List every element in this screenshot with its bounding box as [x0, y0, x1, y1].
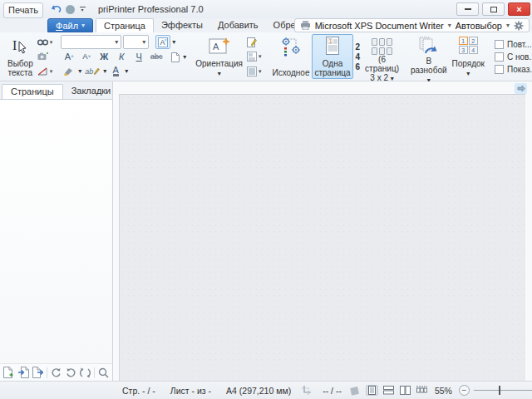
chevron-down-icon[interactable]: ▾ — [448, 22, 451, 29]
italic-button[interactable]: К — [113, 49, 130, 63]
six-pages-preset[interactable]: 6 — [356, 62, 361, 71]
six-pages-layout-button[interactable]: (6 страниц)3 x 2 ▾ — [362, 34, 401, 79]
page-style-button[interactable] — [170, 50, 181, 64]
page-header-button[interactable]: ▾ — [245, 50, 264, 64]
ab-edit-button[interactable]: ab — [84, 64, 101, 78]
sidebar-tabs: Страницы Закладки — [0, 81, 112, 99]
chevron-down-icon[interactable]: ▾ — [506, 22, 510, 29]
font-name-combobox[interactable]: ▾ — [61, 35, 121, 49]
close-button[interactable]: × — [508, 2, 530, 16]
crop-indicator-icon — [298, 386, 315, 395]
one-page-button[interactable]: 1 Одна страница — [312, 34, 352, 79]
group-layout: Исходное 1 Одна страница 2 4 6 (6 страни… — [268, 34, 404, 79]
six-pages-grid-icon — [372, 37, 392, 55]
maximize-button[interactable] — [482, 2, 505, 16]
svg-text:A: A — [213, 42, 219, 52]
sidebar-tab-bookmarks[interactable]: Закладки — [63, 84, 120, 99]
shuffle-button[interactable]: В разнобой ▾ — [408, 34, 450, 79]
view-mode-grid-icon[interactable] — [416, 385, 428, 396]
view-mode-facing-icon[interactable] — [399, 385, 411, 396]
group-text-selection: I Выбор текста ▾ ▾ — [2, 34, 57, 79]
from-new-checkbox[interactable]: С нов... — [495, 52, 532, 62]
page-lines-button[interactable]: ▾ — [245, 64, 264, 78]
quick-access-toolbar: ▾ — [52, 4, 86, 14]
snapshot-button[interactable] — [36, 50, 55, 64]
edit-page-button[interactable] — [245, 35, 264, 49]
chevron-down-icon: ▾ — [466, 70, 470, 77]
printer-select[interactable]: Microsoft XPS Document Writer — [315, 21, 444, 31]
tab-insert[interactable]: Добавить — [210, 18, 266, 32]
zoom-controls: 55% − + — [349, 385, 532, 396]
checkbox-icon — [495, 40, 504, 49]
rotate-cw-icon[interactable] — [50, 366, 62, 379]
orientation-icon: A — [209, 37, 230, 56]
grow-font-button[interactable]: А˄ — [61, 49, 77, 63]
zoom-slider[interactable] — [474, 390, 532, 391]
orientation-button[interactable]: A Ориентация▾ — [193, 34, 245, 79]
print-button[interactable]: Печать — [3, 2, 43, 18]
minimize-button[interactable] — [456, 2, 479, 16]
underline-button[interactable]: Ч — [131, 49, 147, 63]
sidebar-tab-pages[interactable]: Страницы — [2, 84, 63, 99]
rotate-ccw-icon[interactable] — [65, 366, 77, 379]
repeat-checkbox[interactable]: Повт... — [495, 40, 532, 49]
file-menu-button[interactable]: Файл▾ — [47, 18, 93, 32]
status-selection: -- / -- — [315, 386, 349, 396]
paper-autoselect[interactable]: Автовыбор — [456, 21, 502, 31]
svg-text:I: I — [12, 38, 17, 52]
chevron-down-icon: ▾ — [259, 53, 262, 60]
view-mode-single-page-icon[interactable] — [366, 385, 378, 396]
pages-per-sheet-presets: 2 4 6 — [353, 34, 363, 79]
pages-thumbnail-panel[interactable] — [0, 99, 112, 363]
new-page-icon[interactable] — [2, 366, 15, 379]
four-pages-preset[interactable]: 4 — [356, 52, 361, 62]
shrink-font-button[interactable]: А˅ — [78, 49, 95, 63]
text-frame-button[interactable]: A — [155, 35, 170, 49]
chevron-down-icon[interactable]: ▾ — [183, 54, 186, 61]
view-mode-continuous-icon[interactable] — [382, 385, 395, 396]
zoom-tool-icon[interactable] — [97, 366, 110, 379]
chevron-down-icon[interactable]: ▾ — [125, 68, 128, 75]
undo-icon[interactable] — [52, 4, 62, 14]
order-button[interactable]: 1234 Порядок▾ — [450, 34, 487, 79]
tab-effects[interactable]: Эффекты — [154, 18, 210, 32]
chevron-down-icon[interactable]: ▾ — [78, 68, 81, 75]
rotate-180-icon[interactable] — [80, 366, 92, 379]
checkbox-icon — [495, 65, 504, 74]
redo-icon[interactable] — [66, 5, 75, 14]
find-button[interactable]: ▾ — [36, 35, 55, 49]
original-layout-button[interactable]: Исходное — [270, 34, 313, 79]
insert-page-after-icon[interactable] — [32, 366, 44, 379]
bold-button[interactable]: Ж — [96, 49, 112, 63]
group-options: Повт... С нов... Показ... — [491, 34, 532, 79]
measure-button[interactable]: ▾ — [36, 64, 55, 78]
select-text-button[interactable]: I Выбор текста — [5, 34, 36, 79]
highlight-button[interactable] — [61, 64, 76, 78]
titlebar: Печать ▾ priPrinter Professional 7.0 × — [0, 0, 532, 18]
status-sheet: Лист - из - — [163, 386, 219, 396]
strikethrough-button[interactable]: abc — [148, 49, 165, 63]
preview-options-icon[interactable] — [515, 83, 527, 94]
show-checkbox[interactable]: Показ... — [495, 65, 532, 74]
two-pages-preset[interactable]: 2 — [356, 42, 361, 52]
font-size-combobox[interactable]: ▾ — [123, 35, 149, 49]
font-color-button[interactable]: А — [109, 64, 122, 78]
chevron-down-icon: ▾ — [142, 39, 145, 46]
chevron-down-icon[interactable]: ▾ — [103, 68, 106, 75]
view-mode-flip-icon[interactable] — [349, 385, 362, 396]
order-grid-icon: 1234 — [459, 37, 478, 54]
zoom-out-button[interactable]: − — [459, 385, 470, 396]
chevron-down-icon[interactable]: ▾ — [172, 39, 175, 46]
printer-settings-gear-icon[interactable] — [514, 21, 524, 31]
original-layout-icon — [281, 37, 301, 57]
insert-page-before-icon[interactable] — [17, 366, 30, 379]
customize-quick-access-icon[interactable]: ▾ — [78, 7, 86, 12]
status-paper-size: A4 (297,210 мм) — [219, 386, 298, 396]
chevron-down-icon: ▾ — [259, 68, 262, 75]
group-font: ▾ ▾ A ▾ А˄ А˅ Ж К Ч abc — [58, 34, 189, 79]
window-controls: × — [453, 2, 530, 16]
document-preview-canvas[interactable] — [119, 94, 525, 381]
sidebar: Страницы Закладки — [0, 81, 113, 381]
zoom-slider-handle[interactable] — [499, 386, 500, 395]
tab-page[interactable]: Страница — [96, 18, 154, 32]
